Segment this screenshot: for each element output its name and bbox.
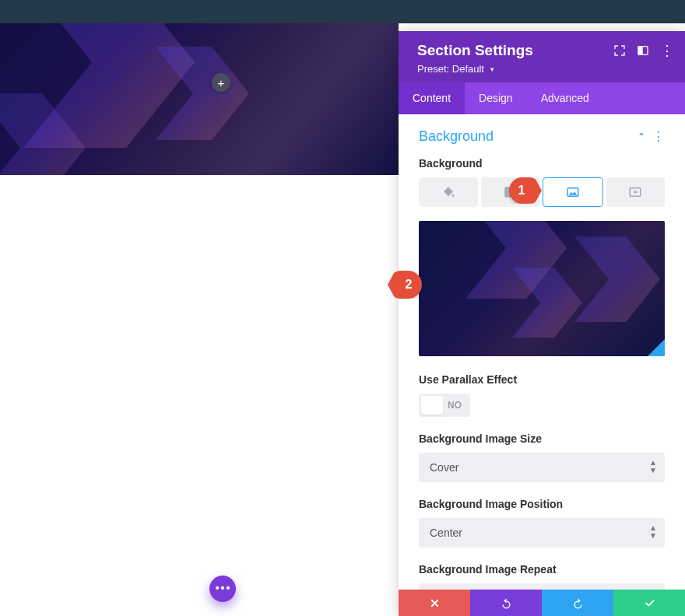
preset-label: Preset: Default <box>417 63 484 75</box>
discard-button[interactable] <box>399 590 470 616</box>
svg-rect-1 <box>638 47 642 55</box>
background-tab-color[interactable] <box>419 177 478 207</box>
caret-down-icon: ▾ <box>490 65 494 73</box>
add-section-button[interactable]: + <box>212 73 230 92</box>
expand-icon[interactable] <box>613 44 626 57</box>
preset-selector[interactable]: Preset: Default ▾ <box>417 63 494 75</box>
panel-tabs: Content Design Advanced <box>399 82 685 114</box>
image-icon <box>566 185 580 199</box>
ellipsis-icon: ••• <box>216 582 232 594</box>
check-icon <box>644 597 655 609</box>
edit-corner-icon <box>648 339 665 356</box>
panel-footer <box>399 590 685 616</box>
settings-panel: Section Settings Preset: Default ▾ ⋮ Con… <box>399 31 685 616</box>
label-parallax: Use Parallax Effect <box>419 373 665 386</box>
select-bg-position[interactable]: Center ▲▼ <box>419 518 665 548</box>
background-image-preview[interactable] <box>419 221 665 356</box>
close-icon <box>429 597 441 609</box>
panel-scroll[interactable]: Background ⋮ Background <box>399 114 685 590</box>
chevron-up-icon[interactable] <box>637 132 646 142</box>
toggle-parallax[interactable]: NO <box>419 394 470 417</box>
save-button[interactable] <box>613 590 685 616</box>
label-bg-repeat: Background Image Repeat <box>419 563 665 576</box>
background-tab-video[interactable] <box>606 177 666 207</box>
background-tab-image[interactable] <box>543 177 603 207</box>
video-icon <box>628 185 642 199</box>
sort-arrows-icon: ▲▼ <box>649 524 657 540</box>
tab-design[interactable]: Design <box>465 82 527 114</box>
label-bg-position: Background Image Position <box>419 498 665 510</box>
undo-icon <box>501 597 512 609</box>
bg-graphic <box>574 236 660 322</box>
redo-icon <box>572 597 584 609</box>
sort-arrows-icon: ▲▼ <box>649 459 657 474</box>
more-menu-icon[interactable]: ⋮ <box>660 44 674 58</box>
group-title-background: Background <box>419 128 494 145</box>
redo-button[interactable] <box>542 590 613 616</box>
toggle-value: NO <box>448 400 468 411</box>
select-bg-repeat[interactable]: No Repeat ▲▼ <box>419 583 665 590</box>
app-top-bar <box>0 0 685 23</box>
page-actions-fab[interactable]: ••• <box>209 576 236 602</box>
select-bg-size[interactable]: Cover ▲▼ <box>419 453 665 482</box>
group-options-icon[interactable]: ⋮ <box>652 129 665 144</box>
paint-bucket-icon <box>441 185 455 199</box>
undo-button[interactable] <box>470 590 542 616</box>
label-bg-size: Background Image Size <box>419 432 665 445</box>
select-value: Cover <box>430 461 458 474</box>
select-value: Center <box>430 527 462 539</box>
tab-content[interactable]: Content <box>399 82 465 114</box>
page-canvas <box>0 23 399 175</box>
tab-advanced[interactable]: Advanced <box>527 82 603 114</box>
label-background: Background <box>419 157 665 170</box>
toggle-knob <box>421 396 443 415</box>
bg-graphic <box>512 268 582 338</box>
sidebar-toggle-icon[interactable] <box>637 44 649 57</box>
panel-header: Section Settings Preset: Default ▾ ⋮ <box>399 31 685 82</box>
annotation-callout-2: 2 <box>388 271 422 299</box>
